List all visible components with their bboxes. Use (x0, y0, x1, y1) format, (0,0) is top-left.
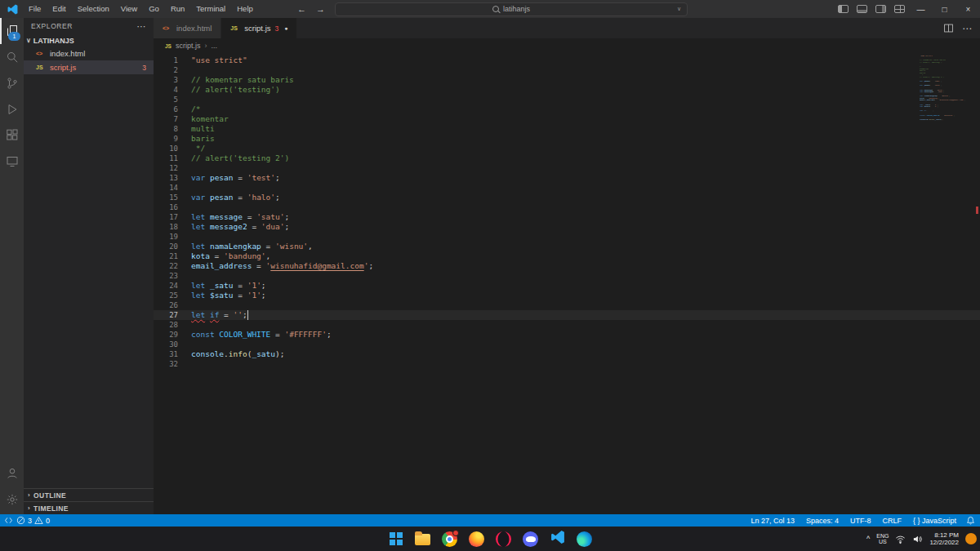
code-line[interactable]: 32 (154, 359, 980, 369)
taskbar-edge[interactable] (573, 528, 595, 550)
code-line[interactable]: 8multi (154, 124, 980, 134)
split-editor-icon[interactable] (943, 23, 954, 33)
notification-count-badge[interactable] (965, 533, 977, 544)
customize-layout-icon[interactable] (894, 5, 905, 13)
code-line[interactable]: 5 (154, 95, 980, 104)
activity-bar: 1 (0, 18, 24, 514)
code-line[interactable]: 1"use strict" (154, 56, 980, 65)
code-line[interactable]: 12 (154, 163, 980, 173)
code-line[interactable]: 26 (154, 300, 980, 310)
line-number: 14 (154, 183, 178, 193)
command-center-search[interactable]: latihanjs ∨ (335, 2, 688, 16)
code-line[interactable]: 15var pesan = 'halo'; (154, 193, 980, 202)
file-item-script-js[interactable]: JSscript.js3 (24, 60, 154, 74)
wifi-icon[interactable] (895, 534, 906, 544)
taskbar-discord[interactable] (519, 528, 541, 550)
toggle-sidebar-icon[interactable] (838, 5, 849, 13)
navigate-forward-icon[interactable]: → (316, 4, 325, 14)
code-line[interactable]: 28 (154, 320, 980, 330)
taskbar-opera-gx[interactable] (492, 528, 514, 550)
code-line[interactable]: 11// alert('testing 2') (154, 153, 980, 163)
activitybar-accounts[interactable] (0, 460, 24, 487)
taskbar-file-explorer[interactable] (412, 528, 434, 550)
system-tray: ^ ENG US 8:12 PM 12/2/2022 (866, 531, 977, 547)
encoding[interactable]: UTF-8 (844, 517, 877, 525)
code-line[interactable]: 20let namaLengkap = 'wisnu', (154, 242, 980, 251)
toggle-panel-icon[interactable] (857, 5, 867, 13)
line-content: */ (191, 144, 205, 153)
folder-root[interactable]: ∨ LATIHANJS (24, 34, 154, 47)
line-number: 4 (154, 85, 178, 95)
tab-index-html[interactable]: <>index.html (154, 18, 221, 38)
activitybar-explorer[interactable]: 1 (0, 18, 24, 44)
breadcrumb[interactable]: JS script.js › ... (154, 38, 980, 53)
activitybar-search[interactable] (0, 44, 24, 70)
code-line[interactable]: 4// alert('testing') (154, 85, 980, 95)
code-line[interactable]: 6/* (154, 104, 980, 114)
tab-script-js[interactable]: JSscript.js3● (221, 18, 297, 38)
activitybar-source-control[interactable] (0, 70, 24, 96)
navigate-back-icon[interactable]: ← (297, 4, 306, 14)
code-line[interactable]: 27let if = ''; (154, 310, 980, 320)
taskbar-vscode[interactable] (546, 528, 568, 550)
code-line[interactable]: 10 */ (154, 144, 980, 153)
code-line[interactable]: 23 (154, 271, 980, 281)
file-list: <>index.htmlJSscript.js3 (24, 47, 154, 74)
breadcrumb-file[interactable]: script.js (176, 42, 201, 50)
code-line[interactable]: 9baris (154, 134, 980, 144)
code-line[interactable]: 31console.info(_satu); (154, 349, 980, 359)
hidden-icons-chevron[interactable]: ^ (866, 535, 870, 543)
eol[interactable]: CRLF (876, 517, 907, 525)
volume-icon[interactable] (912, 534, 923, 544)
taskbar-start[interactable] (385, 528, 407, 550)
activitybar-settings[interactable] (0, 487, 24, 513)
language-mode[interactable]: { } JavaScript (907, 517, 962, 525)
line-number: 27 (154, 310, 178, 320)
taskbar-chrome[interactable] (439, 528, 461, 550)
code-line[interactable]: 25let $satu = '1'; (154, 291, 980, 300)
tab-problems-badge: 3 (275, 24, 279, 33)
notifications-bell-icon[interactable] (966, 516, 975, 525)
section-outline[interactable]: ›OUTLINE (24, 488, 154, 501)
code-line[interactable]: 14 (154, 183, 980, 193)
more-actions-icon[interactable]: ⋯ (962, 23, 972, 34)
activitybar-remote-explorer[interactable] (0, 149, 24, 175)
code-line[interactable]: 16 (154, 202, 980, 212)
file-item-index-html[interactable]: <>index.html (24, 47, 154, 60)
line-content: var pesan = 'test'; (191, 173, 280, 183)
section-timeline[interactable]: ›TIMELINE (24, 501, 154, 514)
code-line[interactable]: 21kota = 'bandung', (154, 251, 980, 261)
code-line[interactable]: 29const COLOR_WHITE = '#FFFFFF'; (154, 330, 980, 340)
code-editor[interactable]: 1"use strict"23// komentar satu baris4//… (154, 53, 980, 514)
problems-indicator[interactable]: 3 0 (16, 516, 50, 525)
code-line[interactable]: 19 (154, 232, 980, 242)
breadcrumb-symbol[interactable]: ... (211, 42, 217, 50)
code-line[interactable]: 7komentar (154, 114, 980, 124)
code-line[interactable]: 17let message = 'satu'; (154, 212, 980, 222)
remote-indicator-icon[interactable] (4, 516, 13, 525)
line-content: multi (191, 124, 215, 134)
code-line[interactable]: 18let message2 = 'dua'; (154, 222, 980, 232)
code-line[interactable]: 13var pesan = 'test'; (154, 173, 980, 183)
date: 12/2/2022 (929, 539, 959, 547)
activitybar-extensions[interactable] (0, 122, 24, 149)
clock[interactable]: 8:12 PM 12/2/2022 (929, 531, 959, 547)
toggle-secondary-sidebar-icon[interactable] (875, 5, 886, 13)
code-line[interactable]: 3// komentar satu baris (154, 75, 980, 85)
run-debug-icon (6, 103, 19, 116)
titlebar: FileEditSelectionViewGoRunTerminalHelp ←… (0, 0, 980, 18)
activitybar-run-debug[interactable] (0, 96, 24, 122)
line-number: 16 (154, 202, 178, 212)
cursor-position[interactable]: Ln 27, Col 13 (745, 517, 800, 525)
line-number: 12 (154, 163, 178, 173)
taskbar-firefox[interactable] (466, 528, 488, 550)
code-line[interactable]: 22email_address = 'wisnuhafid@gmail.com'… (154, 261, 980, 271)
code-line[interactable]: 24let _satu = '1'; (154, 281, 980, 291)
screen: FileEditSelectionViewGoRunTerminalHelp ←… (0, 0, 980, 551)
time: 8:12 PM (934, 531, 959, 540)
code-line[interactable]: 30 (154, 340, 980, 349)
input-language-indicator[interactable]: ENG US (876, 533, 889, 545)
more-actions-icon[interactable]: ⋯ (136, 21, 146, 32)
code-line[interactable]: 2 (154, 65, 980, 75)
indentation[interactable]: Spaces: 4 (800, 517, 844, 525)
